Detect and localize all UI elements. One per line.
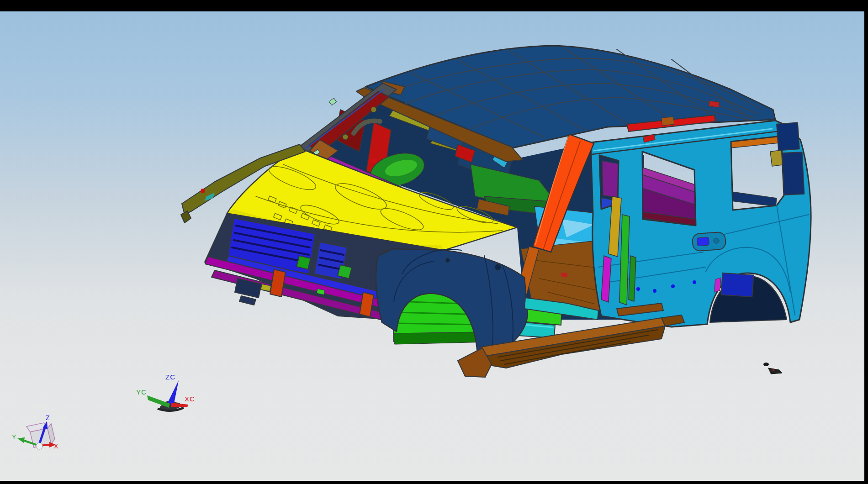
front-bracket-green[interactable] <box>296 256 311 269</box>
right-chrome-bar <box>864 0 868 484</box>
door-handle-button <box>714 238 719 243</box>
view-y-label: Y <box>12 433 16 441</box>
a-pillar-grommet <box>343 134 348 140</box>
fender-marker-red <box>201 189 205 193</box>
top-chrome-bar <box>0 0 868 11</box>
roof-rear-bracket-red <box>709 101 719 107</box>
wheelhouse-sliver-magenta <box>715 278 721 292</box>
fender-hole <box>445 258 450 263</box>
belt-strip-brown-seg <box>662 117 674 126</box>
wcs-y-label: YC <box>136 388 147 396</box>
door-handle-latch <box>697 237 709 246</box>
bottom-chrome-bar <box>0 481 868 484</box>
cowl-dot-red <box>371 158 376 163</box>
small-part-marker <box>773 369 774 371</box>
wheelhouse-box[interactable] <box>721 273 753 297</box>
view-z-label: Z <box>46 414 50 421</box>
plug-hole-blue <box>693 280 696 284</box>
view-x-label: X <box>54 442 58 450</box>
wcs-x-label: XC <box>185 395 195 403</box>
cad-application-window: ZC YC XC Z Y X <box>0 0 868 484</box>
view-triad-origin[interactable] <box>36 443 42 449</box>
d-pillar-inner-lower[interactable] <box>782 152 804 195</box>
plug-hole-blue <box>653 289 656 293</box>
plug-hole-blue <box>636 287 640 291</box>
a-pillar-grommet <box>371 107 376 112</box>
cad-viewport-canvas[interactable]: ZC YC XC Z Y X <box>0 0 868 484</box>
wcs-z-label: ZC <box>165 373 175 381</box>
front-bracket-green[interactable] <box>338 265 352 279</box>
plug-hole-blue <box>671 284 675 288</box>
fender-hole <box>495 264 501 270</box>
small-part[interactable] <box>763 363 769 366</box>
d-pillar-inner[interactable] <box>777 122 799 150</box>
